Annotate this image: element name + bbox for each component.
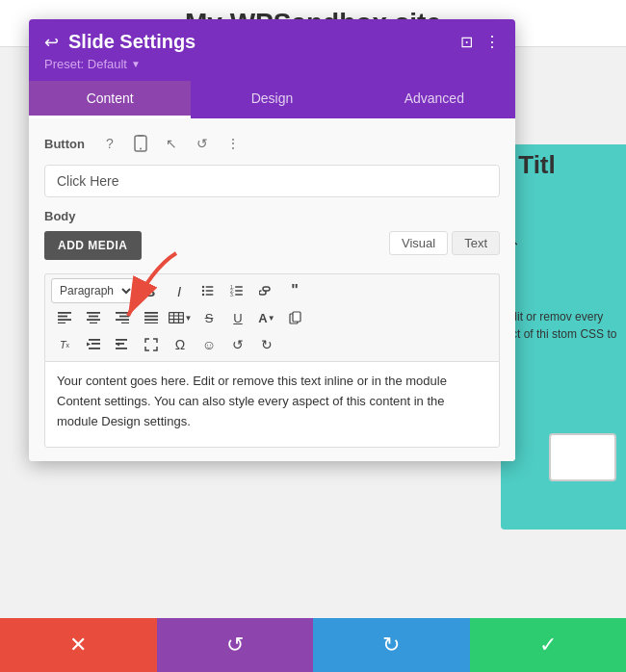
fullscreen-button[interactable] (138, 332, 165, 357)
button-text-input[interactable] (44, 165, 500, 197)
tab-content[interactable]: Content (29, 81, 191, 118)
svg-rect-31 (144, 323, 158, 323)
emoji-button[interactable]: ☺ (196, 332, 222, 357)
panel-header: ↩ Slide Settings ⊡ ⋮ Preset: Default ▼ (29, 19, 515, 81)
indent-button[interactable] (80, 332, 107, 357)
panel-header-left: ↩ Slide Settings (44, 31, 196, 53)
omega-button[interactable]: Ω (167, 332, 194, 357)
bold-button[interactable]: B (137, 278, 164, 303)
svg-rect-15 (235, 294, 243, 296)
svg-point-2 (140, 148, 142, 150)
svg-rect-24 (116, 312, 129, 314)
svg-rect-21 (89, 316, 98, 318)
svg-rect-18 (58, 319, 71, 321)
svg-rect-38 (293, 312, 300, 322)
cancel-button[interactable]: ✕ (0, 618, 157, 672)
svg-rect-19 (58, 323, 65, 323)
add-media-button[interactable]: ADD MEDIA (44, 231, 142, 260)
svg-rect-30 (144, 319, 158, 321)
preset-label-text: Preset: Default (44, 57, 127, 71)
tab-visual[interactable]: Visual (389, 231, 448, 255)
svg-rect-9 (206, 294, 214, 296)
svg-rect-25 (119, 316, 129, 318)
underline-button[interactable]: U (224, 305, 251, 330)
unordered-list-button[interactable] (195, 278, 222, 303)
svg-rect-39 (89, 339, 100, 341)
redo-button[interactable]: ↻ (313, 618, 470, 672)
undo-button[interactable]: ↺ (157, 618, 314, 672)
button-field-label: Button (44, 137, 91, 151)
justify-button[interactable] (138, 305, 165, 330)
cursor-tool-icon[interactable]: ↖ (160, 132, 183, 155)
svg-text:3.: 3. (230, 292, 234, 297)
svg-point-6 (202, 294, 204, 296)
svg-marker-40 (87, 343, 91, 347)
italic-button[interactable]: I (166, 278, 193, 303)
svg-rect-20 (87, 312, 100, 314)
editor-text: Your content goes here. Edit or remove t… (57, 374, 447, 428)
redo-editor-button[interactable]: ↻ (253, 332, 280, 357)
panel-body: Button ? ↖ ↺ ⋮ Body ADD MEDIA Visual Tex… (29, 118, 515, 461)
svg-rect-22 (87, 319, 100, 321)
table-button[interactable]: ▼ (167, 305, 194, 330)
save-button[interactable]: ✓ (470, 618, 627, 672)
align-left-button[interactable] (51, 305, 78, 330)
svg-point-4 (202, 286, 204, 288)
undo-editor-button[interactable]: ↺ (224, 332, 251, 357)
svg-rect-43 (116, 339, 127, 341)
screenshot-icon[interactable]: ⊡ (460, 33, 473, 51)
button-more-icon[interactable]: ⋮ (222, 132, 245, 155)
editor-tab-group: Visual Text (389, 231, 500, 255)
clear-format-button[interactable]: Tx (51, 332, 78, 357)
svg-rect-17 (58, 316, 67, 318)
svg-rect-8 (206, 290, 214, 292)
ordered-list-button[interactable]: 1.2.3. (223, 278, 250, 303)
preset-dropdown-icon: ▼ (131, 59, 141, 69)
tab-text[interactable]: Text (452, 231, 500, 255)
preset-selector[interactable]: Preset: Default ▼ (44, 53, 500, 81)
paragraph-select[interactable]: Paragraph (51, 278, 135, 303)
svg-rect-26 (116, 319, 129, 321)
svg-rect-3 (138, 135, 143, 137)
svg-rect-23 (90, 323, 97, 323)
blockquote-button[interactable]: " (281, 278, 308, 303)
svg-rect-14 (235, 290, 243, 292)
svg-rect-42 (89, 348, 100, 349)
redo-icon: ↻ (382, 633, 400, 658)
svg-rect-46 (116, 348, 127, 349)
strikethrough-button[interactable]: S (196, 305, 222, 330)
bg-white-box (549, 433, 616, 481)
toolbar-row-1: Paragraph B I 1.2.3. " (51, 278, 493, 303)
paste-button[interactable] (282, 305, 309, 330)
mobile-icon[interactable] (129, 132, 152, 155)
more-options-icon[interactable]: ⋮ (484, 33, 500, 51)
toolbar-row-3: Tx Ω ☺ ↺ ↻ (51, 332, 493, 357)
panel-tabs: Content Design Advanced (29, 81, 515, 118)
outdent-button[interactable] (109, 332, 136, 357)
svg-rect-28 (144, 312, 158, 314)
body-section-label: Body (44, 209, 500, 223)
editor-content-area[interactable]: Your content goes here. Edit or remove t… (44, 361, 500, 448)
panel-title: Slide Settings (68, 31, 196, 53)
cancel-icon: ✕ (69, 633, 87, 658)
toolbar-row-2: ▼ S U A ▼ (51, 305, 493, 330)
svg-rect-27 (121, 323, 129, 323)
svg-rect-41 (91, 343, 100, 345)
help-icon[interactable]: ? (98, 132, 121, 155)
svg-rect-13 (235, 286, 243, 288)
svg-rect-45 (116, 343, 124, 345)
slide-settings-panel: ↩ Slide Settings ⊡ ⋮ Preset: Default ▼ C… (29, 19, 515, 461)
link-button[interactable] (252, 278, 279, 303)
text-color-button[interactable]: A ▼ (253, 305, 280, 330)
tab-design[interactable]: Design (191, 81, 352, 118)
svg-rect-16 (58, 312, 71, 314)
panel-header-right: ⊡ ⋮ (460, 33, 500, 51)
back-button[interactable]: ↩ (44, 32, 59, 53)
tab-advanced[interactable]: Advanced (353, 81, 515, 118)
button-field-row: Button ? ↖ ↺ ⋮ (44, 132, 500, 155)
undo-button-icon[interactable]: ↺ (191, 132, 214, 155)
align-center-button[interactable] (80, 305, 107, 330)
svg-rect-32 (169, 313, 183, 323)
align-right-button[interactable] (109, 305, 136, 330)
panel-header-top: ↩ Slide Settings ⊡ ⋮ (44, 31, 500, 53)
